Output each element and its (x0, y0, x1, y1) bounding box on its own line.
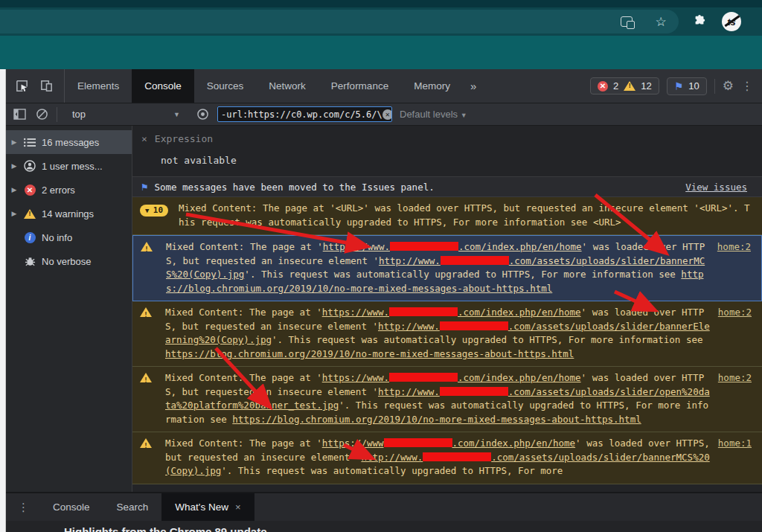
message-gutter (141, 240, 166, 295)
tab-memory[interactable]: Memory (401, 69, 463, 103)
errors-warnings-badge[interactable]: ✕ 2 12 (590, 77, 659, 94)
message-url-link[interactable]: https://blog.chromium.org/2019/10/no-mor… (165, 348, 574, 359)
tab-sources[interactable]: Sources (194, 69, 257, 103)
message-url-link[interactable]: http://www. (379, 255, 441, 266)
chevron-down-icon: ▼ (461, 112, 467, 119)
view-issues-link[interactable]: View issues (685, 182, 747, 193)
message-url-link[interactable]: .com/index.php/en/home (452, 438, 576, 449)
console-message[interactable]: Mixed Content: The page at 'https://www.… (132, 235, 762, 301)
warning-icon (140, 373, 152, 382)
clear-filter-icon[interactable]: ✕ (382, 109, 392, 120)
extensions-puzzle-icon[interactable] (692, 14, 707, 29)
issues-badge[interactable]: ⚑ 10 (667, 77, 707, 95)
sidebar-item-errors[interactable]: ▶ ✕ 2 errors (6, 178, 132, 202)
devtools-window: Elements Console Sources Network Perform… (6, 69, 762, 532)
clear-console-icon[interactable] (34, 108, 49, 121)
drawer-tab-whats-new[interactable]: What's New × (161, 493, 254, 521)
message-text: Mixed Content: The page at 'https://www.… (165, 306, 712, 361)
error-count: 2 (613, 80, 618, 92)
tab-console[interactable]: Console (132, 69, 194, 103)
verbose-bug-icon (23, 256, 36, 267)
tab-elements[interactable]: Elements (65, 69, 132, 103)
devtools-status-area: ✕ 2 12 ⚑ 10 ⚙ ⋮ (590, 69, 762, 103)
source-location-link[interactable]: home:1 (718, 437, 752, 478)
settings-gear-icon[interactable]: ⚙ (723, 78, 734, 94)
console-message[interactable]: Mixed Content: The page at 'https://www.… (132, 432, 762, 484)
list-icon (23, 138, 36, 147)
message-url-link[interactable]: https://www (322, 438, 384, 449)
drawer-menu-icon[interactable]: ⋮ (6, 493, 39, 521)
message-url-link[interactable]: http://www. (361, 452, 423, 463)
device-toolbar-icon[interactable] (39, 79, 54, 93)
page-edge (0, 69, 6, 532)
address-bar[interactable] (0, 10, 679, 33)
console-filter-input[interactable]: -url:https://c0.wp.com/c/5.6/\ ✕ (217, 106, 392, 122)
flag-icon: ⚑ (141, 181, 147, 193)
message-url-link[interactable]: https://www. (322, 307, 389, 318)
more-tabs-chevron-icon[interactable]: » (463, 69, 484, 103)
redaction-box (389, 373, 458, 382)
message-url-link[interactable]: .com/index.php/en/home (458, 307, 581, 318)
source-location-link[interactable]: home:2 (718, 306, 752, 361)
sidebar-item-info[interactable]: i No info (6, 225, 132, 249)
expand-caret-icon[interactable]: ▶ (10, 162, 18, 170)
drawer-tab-console[interactable]: Console (39, 493, 103, 521)
live-expression-eye-icon[interactable] (195, 108, 210, 121)
console-sidebar: ▶ 16 messages ▶ 1 user mess... ▶ ✕ (6, 126, 132, 492)
sidebar-item-warnings[interactable]: ▶ 14 warnings (6, 202, 132, 225)
context-selected-value: top (72, 109, 86, 120)
devtools-tabbar: Elements Console Sources Network Perform… (6, 69, 762, 103)
divider (714, 79, 715, 94)
devtools-tool-icons (6, 69, 65, 103)
console-sidebar-toggle-icon[interactable] (12, 108, 27, 121)
source-location-link[interactable]: home:2 (717, 240, 751, 295)
bookmark-star-icon[interactable]: ☆ (653, 14, 668, 29)
sidebar-item-verbose[interactable]: No verbose (6, 249, 132, 273)
message-plain-text: '. This request was automatically upgrad… (244, 269, 681, 280)
redaction-box (384, 438, 452, 447)
console-message[interactable]: Mixed Content: The page at 'https://www.… (132, 367, 762, 432)
console-message-list: 10Mixed Content: The page at '<URL>' was… (132, 197, 762, 492)
avatar-initials: ts (727, 16, 736, 28)
close-icon[interactable]: × (235, 501, 241, 513)
message-text: Mixed Content: The page at 'https://www.… (165, 437, 712, 478)
whats-new-panel: Highlights from the Chrome 89 update (6, 521, 762, 532)
log-levels-dropdown[interactable]: Default levels ▼ (400, 109, 467, 120)
remove-expression-icon[interactable]: × (141, 133, 147, 144)
message-url-link[interactable]: https://www. (322, 372, 389, 383)
whats-new-heading: Highlights from the Chrome 89 update (64, 525, 267, 532)
message-url-link[interactable]: .com/index.php/en/home (458, 372, 581, 383)
translate-icon[interactable] (619, 14, 634, 29)
tab-performance[interactable]: Performance (318, 69, 401, 103)
expand-caret-icon[interactable]: ▶ (10, 186, 18, 193)
message-url-link[interactable]: https://blog.chromium.org/2019/10/no-mor… (232, 414, 641, 425)
message-url-link[interactable]: https://www. (323, 241, 390, 252)
warning-icon (141, 242, 153, 251)
message-gutter: 10 (140, 202, 179, 229)
console-message-group[interactable]: 10Mixed Content: The page at '<URL>' was… (132, 197, 762, 235)
message-url-link[interactable]: http://www. (378, 321, 440, 332)
devtools-menu-icon[interactable]: ⋮ (741, 79, 753, 93)
sidebar-item-label: 14 warnings (42, 208, 94, 219)
sidebar-item-user-messages[interactable]: ▶ 1 user mess... (6, 154, 132, 178)
message-gutter (140, 306, 165, 361)
bookmarks-bar (0, 36, 762, 69)
issues-infobar: ⚑ Some messages have been moved to the I… (132, 177, 762, 197)
message-url-link[interactable]: .com/index.php/en/home (458, 241, 582, 252)
expand-caret-icon[interactable]: ▶ (10, 138, 18, 146)
drawer-tab-search[interactable]: Search (103, 493, 162, 521)
tab-network[interactable]: Network (256, 69, 318, 103)
console-message[interactable]: Mixed Content: The page at 'https://www.… (132, 301, 762, 367)
message-count-badge[interactable]: 10 (140, 205, 168, 217)
message-url-link[interactable]: http://www. (378, 386, 440, 397)
source-location-link[interactable]: home:2 (718, 371, 752, 426)
inspect-element-icon[interactable] (15, 79, 29, 93)
sidebar-item-all-messages[interactable]: ▶ 16 messages (6, 130, 132, 154)
profile-avatar[interactable]: ts (722, 12, 741, 31)
redaction-box (423, 452, 491, 461)
context-selector[interactable]: top ▼ (65, 109, 188, 120)
redaction-box (440, 321, 508, 330)
window-title-strip (0, 0, 762, 7)
expand-caret-icon[interactable]: ▶ (10, 210, 18, 217)
message-text: Mixed Content: The page at 'https://www.… (166, 240, 711, 295)
